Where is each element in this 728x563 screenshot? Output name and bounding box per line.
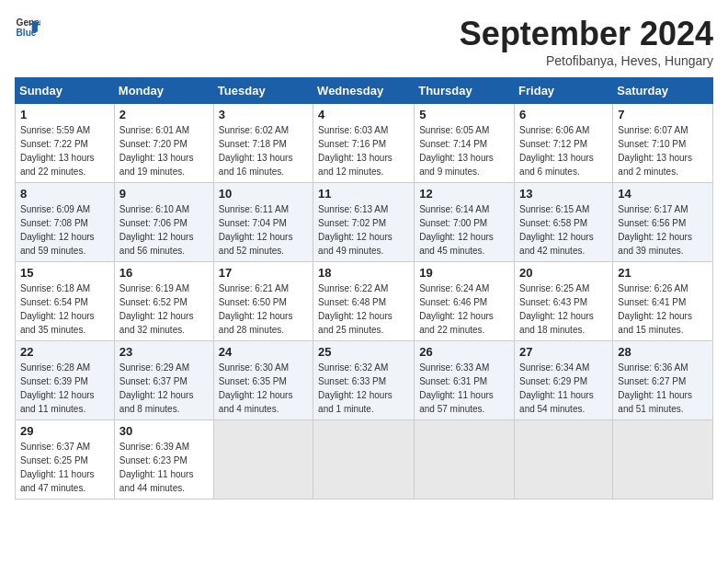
day-info: Sunrise: 6:36 AM Sunset: 6:27 PM Dayligh…: [618, 361, 708, 416]
calendar-day: 9Sunrise: 6:10 AM Sunset: 7:06 PM Daylig…: [114, 183, 213, 262]
calendar-day: 15Sunrise: 6:18 AM Sunset: 6:54 PM Dayli…: [16, 262, 115, 341]
day-number: 23: [119, 345, 209, 359]
day-info: Sunrise: 6:33 AM Sunset: 6:31 PM Dayligh…: [419, 361, 509, 416]
dow-header-friday: Friday: [515, 78, 613, 104]
day-number: 15: [20, 266, 109, 280]
day-number: 6: [519, 108, 608, 121]
dow-header-thursday: Thursday: [415, 78, 515, 104]
day-info: Sunrise: 6:19 AM Sunset: 6:52 PM Dayligh…: [119, 282, 209, 337]
location-subtitle: Petofibanya, Heves, Hungary: [460, 53, 713, 68]
day-info: Sunrise: 6:28 AM Sunset: 6:39 PM Dayligh…: [20, 361, 109, 416]
day-info: Sunrise: 6:10 AM Sunset: 7:06 PM Dayligh…: [119, 202, 209, 258]
dow-header-wednesday: Wednesday: [313, 78, 415, 104]
title-block: September 2024 Petofibanya, Heves, Hunga…: [460, 15, 713, 68]
day-number: 22: [20, 345, 109, 359]
day-number: 9: [119, 187, 209, 201]
day-number: 19: [419, 266, 509, 280]
calendar-day: [613, 420, 713, 500]
day-info: Sunrise: 6:14 AM Sunset: 7:00 PM Dayligh…: [419, 202, 509, 258]
day-number: 26: [419, 345, 509, 359]
day-number: 7: [618, 108, 708, 121]
day-number: 29: [20, 424, 109, 438]
day-number: 21: [618, 266, 708, 280]
day-number: 27: [519, 345, 608, 359]
day-number: 16: [119, 266, 209, 280]
dow-header-saturday: Saturday: [613, 78, 713, 104]
day-number: 14: [618, 187, 708, 201]
day-info: Sunrise: 6:18 AM Sunset: 6:54 PM Dayligh…: [20, 282, 109, 337]
day-info: Sunrise: 6:13 AM Sunset: 7:02 PM Dayligh…: [318, 202, 409, 258]
day-info: Sunrise: 6:05 AM Sunset: 7:14 PM Dayligh…: [419, 123, 509, 178]
day-info: Sunrise: 6:22 AM Sunset: 6:48 PM Dayligh…: [318, 282, 409, 337]
dow-header-sunday: Sunday: [16, 78, 115, 104]
day-info: Sunrise: 6:02 AM Sunset: 7:18 PM Dayligh…: [219, 123, 308, 178]
calendar-day: 1Sunrise: 5:59 AM Sunset: 7:22 PM Daylig…: [16, 104, 115, 183]
day-info: Sunrise: 6:17 AM Sunset: 6:56 PM Dayligh…: [618, 202, 708, 258]
calendar-day: 26Sunrise: 6:33 AM Sunset: 6:31 PM Dayli…: [415, 341, 515, 420]
calendar-day: 3Sunrise: 6:02 AM Sunset: 7:18 PM Daylig…: [213, 104, 313, 183]
day-number: 28: [618, 345, 708, 359]
day-number: 3: [219, 108, 308, 121]
calendar-day: 21Sunrise: 6:26 AM Sunset: 6:41 PM Dayli…: [613, 262, 713, 341]
day-number: 2: [119, 108, 209, 121]
day-number: 11: [318, 187, 409, 201]
calendar-day: 16Sunrise: 6:19 AM Sunset: 6:52 PM Dayli…: [114, 262, 213, 341]
day-number: 18: [318, 266, 409, 280]
logo-icon: General Blue: [15, 15, 40, 40]
calendar-day: 20Sunrise: 6:25 AM Sunset: 6:43 PM Dayli…: [515, 262, 613, 341]
calendar-day: 17Sunrise: 6:21 AM Sunset: 6:50 PM Dayli…: [213, 262, 313, 341]
day-info: Sunrise: 6:25 AM Sunset: 6:43 PM Dayligh…: [519, 282, 608, 337]
day-number: 20: [519, 266, 608, 280]
day-info: Sunrise: 6:39 AM Sunset: 6:23 PM Dayligh…: [119, 440, 209, 495]
calendar-day: 13Sunrise: 6:15 AM Sunset: 6:58 PM Dayli…: [515, 183, 613, 262]
calendar-day: 30Sunrise: 6:39 AM Sunset: 6:23 PM Dayli…: [114, 420, 213, 500]
calendar-week-5: 29Sunrise: 6:37 AM Sunset: 6:25 PM Dayli…: [16, 420, 713, 500]
calendar-day: 8Sunrise: 6:09 AM Sunset: 7:08 PM Daylig…: [16, 183, 115, 262]
day-number: 24: [219, 345, 308, 359]
day-number: 4: [318, 108, 409, 121]
calendar-day: 24Sunrise: 6:30 AM Sunset: 6:35 PM Dayli…: [213, 341, 313, 420]
calendar-day: 18Sunrise: 6:22 AM Sunset: 6:48 PM Dayli…: [313, 262, 415, 341]
day-number: 25: [318, 345, 409, 359]
calendar-day: 11Sunrise: 6:13 AM Sunset: 7:02 PM Dayli…: [313, 183, 415, 262]
calendar-day: 19Sunrise: 6:24 AM Sunset: 6:46 PM Dayli…: [415, 262, 515, 341]
page-header: General Blue September 2024 Petofibanya,…: [15, 15, 713, 68]
day-info: Sunrise: 6:34 AM Sunset: 6:29 PM Dayligh…: [519, 361, 608, 416]
calendar-day: 2Sunrise: 6:01 AM Sunset: 7:20 PM Daylig…: [114, 104, 213, 183]
day-info: Sunrise: 6:32 AM Sunset: 6:33 PM Dayligh…: [318, 361, 409, 416]
day-info: Sunrise: 6:03 AM Sunset: 7:16 PM Dayligh…: [318, 123, 409, 178]
calendar-day: 25Sunrise: 6:32 AM Sunset: 6:33 PM Dayli…: [313, 341, 415, 420]
day-info: Sunrise: 6:21 AM Sunset: 6:50 PM Dayligh…: [219, 282, 308, 337]
day-number: 1: [20, 108, 109, 121]
day-info: Sunrise: 6:26 AM Sunset: 6:41 PM Dayligh…: [618, 282, 708, 337]
day-info: Sunrise: 6:06 AM Sunset: 7:12 PM Dayligh…: [519, 123, 608, 178]
day-number: 13: [519, 187, 608, 201]
day-info: Sunrise: 6:37 AM Sunset: 6:25 PM Dayligh…: [20, 440, 109, 495]
calendar-day: 10Sunrise: 6:11 AM Sunset: 7:04 PM Dayli…: [213, 183, 313, 262]
calendar-day: 6Sunrise: 6:06 AM Sunset: 7:12 PM Daylig…: [515, 104, 613, 183]
day-info: Sunrise: 6:29 AM Sunset: 6:37 PM Dayligh…: [119, 361, 209, 416]
day-info: Sunrise: 6:30 AM Sunset: 6:35 PM Dayligh…: [219, 361, 308, 416]
calendar-week-1: 1Sunrise: 5:59 AM Sunset: 7:22 PM Daylig…: [16, 104, 713, 183]
calendar-day: 12Sunrise: 6:14 AM Sunset: 7:00 PM Dayli…: [415, 183, 515, 262]
logo: General Blue: [15, 15, 40, 40]
calendar-day: 28Sunrise: 6:36 AM Sunset: 6:27 PM Dayli…: [613, 341, 713, 420]
day-info: Sunrise: 6:01 AM Sunset: 7:20 PM Dayligh…: [119, 123, 209, 178]
dow-header-monday: Monday: [114, 78, 213, 104]
day-info: Sunrise: 6:15 AM Sunset: 6:58 PM Dayligh…: [519, 202, 608, 258]
day-number: 17: [219, 266, 308, 280]
calendar-day: 7Sunrise: 6:07 AM Sunset: 7:10 PM Daylig…: [613, 104, 713, 183]
calendar-day: [515, 420, 613, 500]
day-info: Sunrise: 5:59 AM Sunset: 7:22 PM Dayligh…: [20, 123, 109, 178]
calendar-day: [415, 420, 515, 500]
calendar-day: 4Sunrise: 6:03 AM Sunset: 7:16 PM Daylig…: [313, 104, 415, 183]
day-info: Sunrise: 6:07 AM Sunset: 7:10 PM Dayligh…: [618, 123, 708, 178]
calendar-day: 29Sunrise: 6:37 AM Sunset: 6:25 PM Dayli…: [16, 420, 115, 500]
calendar-day: [313, 420, 415, 500]
month-title: September 2024: [460, 15, 713, 53]
day-number: 5: [419, 108, 509, 121]
day-number: 12: [419, 187, 509, 201]
calendar-week-4: 22Sunrise: 6:28 AM Sunset: 6:39 PM Dayli…: [16, 341, 713, 420]
day-info: Sunrise: 6:09 AM Sunset: 7:08 PM Dayligh…: [20, 202, 109, 258]
calendar-day: 23Sunrise: 6:29 AM Sunset: 6:37 PM Dayli…: [114, 341, 213, 420]
